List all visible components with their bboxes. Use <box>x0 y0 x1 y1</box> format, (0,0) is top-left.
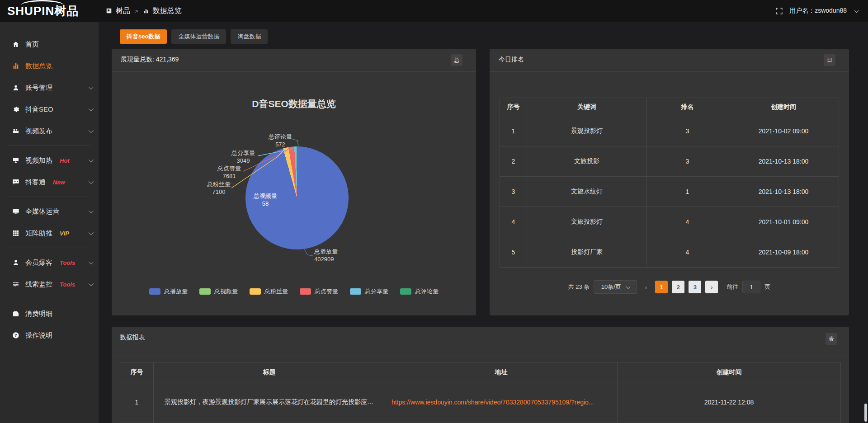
cell-keyword: 文旅投影灯 <box>527 207 647 237</box>
new-badge: New <box>53 179 65 186</box>
legend-item[interactable]: 总分享量 <box>350 287 388 296</box>
sidebar-item-label: 首页 <box>25 40 39 49</box>
page-button-3[interactable]: 3 <box>689 281 701 293</box>
sidebar-item-douyin-seo[interactable]: 抖音SEO <box>0 99 99 120</box>
cell-created: 2021-10-01 09:00 <box>728 207 839 237</box>
pie-label-shares: 总分享量3049 <box>223 149 264 164</box>
table-row: 2 文旅投影 3 2021-10-13 18:00 <box>500 146 839 177</box>
sidebar-item-spending[interactable]: 消费明细 <box>0 303 99 324</box>
pagination: 共 23 条 10条/页 ‹ 1 2 3 › 前往 页 <box>490 280 849 294</box>
chevron-down-icon <box>89 230 94 235</box>
sidebar-item-home[interactable]: 首页 <box>0 33 99 55</box>
cell-rank: 4 <box>647 207 728 237</box>
chevron-down-icon <box>89 128 94 133</box>
sidebar-item-data-overview[interactable]: 数据总览 <box>0 55 99 77</box>
question-circle-icon: ? <box>12 332 19 339</box>
chevron-down-icon <box>89 179 94 184</box>
user-caret-icon <box>854 8 859 13</box>
legend-item[interactable]: 总点赞量 <box>300 287 338 296</box>
sidebar-item-lead-monitor[interactable]: 线索监控 Tools <box>0 273 99 295</box>
table-view-button[interactable]: 表 <box>826 333 837 345</box>
username-label[interactable]: 用户名：zswodun88 <box>789 7 847 15</box>
legend-item[interactable]: 总粉丝量 <box>250 287 288 296</box>
cell-created: 2021-10-09 18:00 <box>728 237 839 268</box>
pie-label-likes: 总点赞量7681 <box>209 164 250 180</box>
sliders-icon <box>12 281 19 288</box>
chevron-down-icon <box>89 157 94 162</box>
legend-label: 总分享量 <box>365 287 388 296</box>
fullscreen-icon[interactable] <box>775 7 783 15</box>
legend-swatch <box>350 288 361 295</box>
table-row: 5 投影灯厂家 4 2021-10-09 18:00 <box>500 237 839 268</box>
cell-keyword: 投影灯厂家 <box>527 237 647 268</box>
sidebar-item-media-ops[interactable]: 全媒体运营 <box>0 201 99 222</box>
chevron-down-icon <box>89 85 94 89</box>
daily-view-button[interactable]: 日 <box>824 54 835 66</box>
legend-swatch <box>149 288 160 295</box>
col-keyword: 关键词 <box>527 98 647 116</box>
sidebar-item-label: 抖音SEO <box>25 105 53 114</box>
prev-page-button[interactable]: ‹ <box>641 283 651 291</box>
chevron-down-icon <box>89 259 94 264</box>
logo-text: SHUPIN树品 <box>7 3 79 19</box>
sidebar-divider <box>8 299 90 299</box>
sidebar-item-matrix-boost[interactable]: 矩阵助推 VIP <box>0 222 99 244</box>
cell-created: 2021-11-22 12:08 <box>618 382 841 422</box>
tab-inquiry-data[interactable]: 询盘数据 <box>231 29 268 44</box>
page-size-select[interactable]: 10条/页 <box>594 280 637 294</box>
sidebar-item-label: 抖客通 <box>25 178 46 187</box>
cell-created: 2021-10-02 09:00 <box>728 116 839 146</box>
overview-panel: 展现量总数: 421,369 总 D音SEO数据量总览 总评论量572 总分享量… <box>112 49 476 315</box>
legend-item[interactable]: 总播放量 <box>149 287 188 296</box>
video-link[interactable]: https://www.iesdouyin.com/share/video/70… <box>392 399 594 406</box>
table-header-row: 序号 标题 地址 创建时间 <box>120 362 841 382</box>
legend-swatch <box>199 288 211 295</box>
col-index: 序号 <box>500 98 527 116</box>
legend-item[interactable]: 总视频量 <box>199 287 238 296</box>
sidebar-item-help[interactable]: ? 操作说明 <box>0 324 99 346</box>
table-header-row: 序号 关键词 排名 创建时间 <box>500 98 839 116</box>
page-scrollbar[interactable] <box>864 404 867 422</box>
breadcrumb-root[interactable]: 树品 <box>116 6 130 16</box>
pie-label-comments: 总评论量572 <box>260 133 301 148</box>
cell-created: 2021-10-13 18:00 <box>728 177 839 207</box>
breadcrumb-current[interactable]: 数据总览 <box>153 6 182 16</box>
page-button-2[interactable]: 2 <box>672 281 684 293</box>
sidebar-item-video-heat[interactable]: 视频加热 Hot <box>0 150 99 171</box>
sidebar-item-member-tools[interactable]: 会员爆客 Tools <box>0 252 99 273</box>
breadcrumb-separator: > <box>135 8 138 14</box>
cell-created: 2021-10-13 18:00 <box>728 146 839 177</box>
legend-item[interactable]: 总评论量 <box>400 287 439 296</box>
pagination-total: 共 23 条 <box>568 283 590 291</box>
sidebar-item-account[interactable]: 账号管理 <box>0 77 99 99</box>
sidebar-item-video-publish[interactable]: 视频发布 <box>0 120 99 142</box>
sidebar-item-label: 操作说明 <box>25 331 52 340</box>
sidebar-item-label: 视频发布 <box>25 127 52 136</box>
legend-label: 总粉丝量 <box>264 287 288 296</box>
legend-label: 总点赞量 <box>315 287 338 296</box>
main-content: 抖音seo数据 全媒体运营数据 询盘数据 展现量总数: 421,369 总 D音… <box>99 22 868 423</box>
divider <box>112 71 476 72</box>
report-panel: 数据报表 表 序号 标题 地址 创建时间 1 <box>112 327 849 423</box>
bar-chart-icon <box>143 8 149 14</box>
cell-index: 1 <box>500 116 527 146</box>
next-page-button[interactable]: › <box>705 281 718 293</box>
tab-douyin-seo[interactable]: 抖音seo数据 <box>120 29 167 44</box>
goto-page-input[interactable] <box>742 281 760 293</box>
sidebar-divider <box>8 197 90 197</box>
chevron-down-icon <box>626 284 630 289</box>
divider <box>112 356 849 356</box>
data-tabs: 抖音seo数据 全媒体运营数据 询盘数据 <box>120 29 268 44</box>
sidebar-item-label: 矩阵助推 <box>25 229 52 238</box>
cell-url: https://www.iesdouyin.com/share/video/70… <box>385 382 618 422</box>
legend-swatch <box>250 288 261 295</box>
ranking-table: 序号 关键词 排名 创建时间 1 景观投影灯 3 2021-10-02 09:0… <box>500 98 839 268</box>
legend-swatch <box>300 288 311 295</box>
ranking-panel-title: 今日排名 <box>499 56 524 64</box>
tab-media-ops-data[interactable]: 全媒体运营数据 <box>171 29 226 44</box>
page-button-1[interactable]: 1 <box>655 281 668 293</box>
sidebar-item-doukétong[interactable]: 抖客通 New <box>0 171 99 193</box>
user-icon <box>12 84 19 92</box>
sidebar-item-label: 消费明细 <box>25 310 52 318</box>
total-view-button[interactable]: 总 <box>451 54 462 66</box>
